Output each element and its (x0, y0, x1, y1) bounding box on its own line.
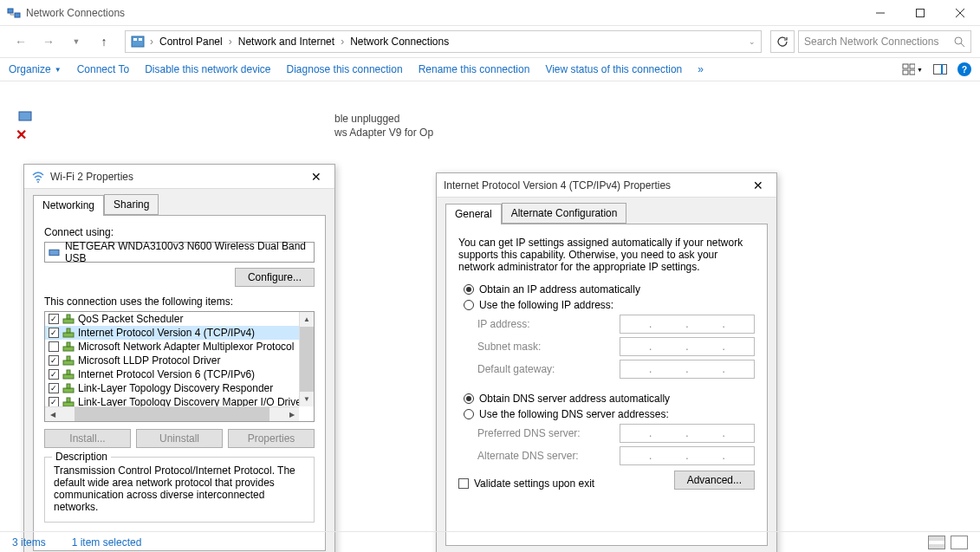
adapter-field: NETGEAR WNDA3100v3 N600 Wireless Dual Ba… (44, 242, 315, 263)
configure-button[interactable]: Configure... (235, 268, 315, 287)
uninstall-button[interactable]: Uninstall (136, 429, 223, 448)
list-item[interactable]: ✓Link-Layer Topology Discovery Responder (45, 381, 314, 395)
checkbox-icon[interactable]: ✓ (49, 383, 59, 393)
adapter-icon (17, 107, 33, 123)
minimize-button[interactable] (860, 0, 900, 26)
checkbox-icon[interactable] (49, 341, 59, 352)
item-label: Microsoft Network Adapter Multiplexor Pr… (78, 341, 294, 353)
scroll-right-button[interactable]: ▶ (284, 407, 299, 422)
ip-address-input: ... (620, 315, 755, 334)
checkbox-icon[interactable]: ✓ (49, 314, 59, 324)
list-item[interactable]: ✓Internet Protocol Version 6 (TCP/IPv6) (45, 367, 314, 381)
search-input[interactable]: Search Network Connections (798, 30, 971, 53)
pref-dns-input: ... (620, 424, 755, 443)
list-item[interactable]: Microsoft Network Adapter Multiplexor Pr… (45, 340, 314, 354)
svg-rect-20 (63, 319, 74, 323)
svg-rect-28 (63, 374, 74, 379)
tab-sharing[interactable]: Sharing (104, 194, 159, 215)
checkbox-icon[interactable]: ✓ (49, 328, 59, 338)
svg-rect-11 (903, 64, 908, 68)
properties-button[interactable]: Properties (228, 429, 315, 448)
disable-device-button[interactable]: Disable this network device (145, 63, 270, 75)
breadcrumb-network-internet[interactable]: Network and Internet (236, 36, 337, 48)
recent-dropdown[interactable]: ▼ (64, 29, 88, 54)
gateway-label: Default gateway: (477, 363, 613, 375)
advanced-button[interactable]: Advanced... (674, 471, 755, 490)
item-label: Internet Protocol Version 6 (TCP/IPv6) (78, 368, 255, 380)
titlebar: Network Connections (0, 0, 980, 26)
svg-rect-29 (67, 370, 70, 374)
obtain-ip-radio[interactable]: Obtain an IP address automatically (464, 283, 755, 295)
chevron-down-icon[interactable]: ⌄ (747, 37, 757, 46)
close-button[interactable] (940, 0, 980, 26)
item-label: QoS Packet Scheduler (78, 313, 183, 325)
help-button[interactable]: ? (957, 62, 971, 76)
control-panel-icon (131, 35, 145, 49)
list-item[interactable]: ✓QoS Packet Scheduler (45, 312, 314, 326)
checkbox-icon[interactable]: ✓ (49, 355, 59, 366)
wifi-icon (31, 170, 45, 184)
maximize-button[interactable] (900, 0, 940, 26)
svg-rect-26 (63, 360, 74, 365)
diagnose-button[interactable]: Diagnose this connection (287, 63, 403, 75)
use-dns-radio[interactable]: Use the following DNS server addresses: (464, 408, 755, 420)
scroll-thumb[interactable] (300, 327, 314, 392)
dialog-title: Internet Protocol Version 4 (TCP/IPv4) P… (444, 179, 747, 192)
large-icons-view-button[interactable] (951, 536, 968, 549)
chevron-right-icon[interactable]: › (148, 36, 155, 48)
back-button[interactable]: ← (9, 29, 33, 54)
forward-button[interactable]: → (36, 29, 61, 54)
rename-button[interactable]: Rename this connection (419, 63, 530, 75)
selection-count: 1 item selected (72, 536, 142, 549)
content-area: ✕ ble unplugged ws Adapter V9 for Op Wi-… (0, 81, 980, 532)
connect-to-button[interactable]: Connect To (77, 63, 130, 75)
refresh-button[interactable] (770, 30, 795, 53)
up-button[interactable]: ↑ (92, 29, 116, 54)
protocol-icon (62, 369, 75, 380)
more-commands[interactable]: » (698, 63, 704, 75)
partial-adapter-text: ble unplugged ws Adapter V9 for Op (334, 112, 433, 140)
list-item[interactable]: ✓Internet Protocol Version 4 (TCP/IPv4) (45, 326, 314, 340)
list-item[interactable]: ✓Microsoft LLDP Protocol Driver (45, 354, 314, 367)
svg-rect-8 (139, 38, 142, 41)
checkbox-icon[interactable]: ✓ (49, 369, 59, 380)
ip-address-label: IP address: (477, 318, 613, 330)
close-button[interactable]: ✕ (747, 176, 769, 195)
scroll-up-button[interactable]: ▲ (300, 312, 314, 327)
use-ip-radio[interactable]: Use the following IP address: (464, 299, 755, 311)
protocol-icon (62, 328, 75, 338)
close-button[interactable]: ✕ (305, 167, 328, 186)
protocol-list[interactable]: ✓QoS Packet Scheduler✓Internet Protocol … (44, 311, 315, 422)
scroll-thumb[interactable] (75, 407, 269, 421)
view-status-button[interactable]: View status of this connection (545, 63, 682, 75)
details-view-button[interactable] (928, 536, 945, 549)
preview-pane-button[interactable] (930, 60, 951, 79)
search-placeholder: Search Network Connections (804, 36, 954, 48)
chevron-right-icon[interactable]: › (339, 36, 346, 48)
navbar: ← → ▼ ↑ › Control Panel › Network and In… (0, 26, 980, 57)
scroll-down-button[interactable]: ▼ (300, 392, 314, 406)
tab-general[interactable]: General (445, 204, 502, 224)
scroll-left-button[interactable]: ◀ (45, 407, 60, 422)
scrollbar-horizontal[interactable]: ◀ ▶ (45, 406, 299, 421)
chevron-right-icon[interactable]: › (227, 36, 234, 48)
tab-networking[interactable]: Networking (33, 195, 104, 216)
view-options-button[interactable]: ▼ (902, 60, 923, 79)
svg-rect-31 (67, 384, 70, 388)
tab-alternate[interactable]: Alternate Configuration (502, 203, 627, 224)
statusbar: 3 items 1 item selected (0, 531, 980, 552)
organize-menu[interactable]: Organize ▼ (9, 63, 62, 75)
obtain-dns-radio[interactable]: Obtain DNS server address automatically (464, 393, 755, 405)
svg-point-18 (37, 181, 39, 183)
svg-rect-19 (49, 250, 59, 255)
install-button[interactable]: Install... (44, 429, 131, 448)
svg-line-10 (961, 43, 964, 47)
svg-rect-13 (903, 70, 908, 75)
breadcrumb-control-panel[interactable]: Control Panel (157, 36, 225, 48)
svg-rect-24 (63, 347, 74, 351)
breadcrumb-network-connections[interactable]: Network Connections (347, 36, 451, 48)
scrollbar-vertical[interactable]: ▲ ▼ (299, 312, 314, 406)
breadcrumb[interactable]: › Control Panel › Network and Internet ›… (125, 30, 762, 53)
connect-using-label: Connect using: (44, 226, 315, 238)
protocol-icon (62, 341, 75, 352)
